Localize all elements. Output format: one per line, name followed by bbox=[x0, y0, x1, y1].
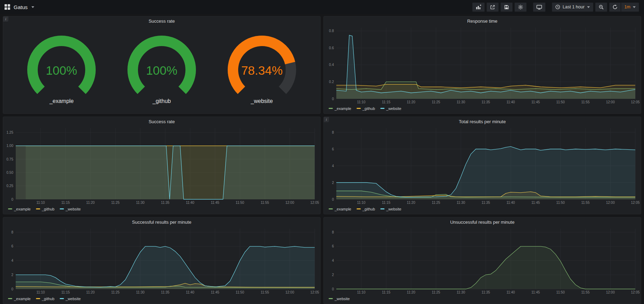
svg-text:12:00: 12:00 bbox=[285, 290, 294, 294]
success-rate-chart: 00.250.500.751.001.2511:1011:1511:2011:2… bbox=[3, 125, 320, 206]
legend-swatch bbox=[60, 298, 64, 299]
svg-text:0: 0 bbox=[332, 287, 334, 291]
gauge-label: _github bbox=[153, 98, 171, 104]
legend-item-_website[interactable]: _website bbox=[60, 297, 81, 301]
apps-grid-icon[interactable] bbox=[4, 4, 10, 10]
svg-text:4: 4 bbox=[11, 259, 13, 262]
legend-item-_website[interactable]: _website bbox=[329, 297, 350, 301]
svg-text:12:05: 12:05 bbox=[310, 290, 319, 294]
svg-text:6: 6 bbox=[332, 244, 334, 248]
refresh-button[interactable] bbox=[609, 2, 621, 12]
legend-label: _github bbox=[42, 207, 54, 211]
svg-text:11:15: 11:15 bbox=[382, 100, 391, 104]
svg-text:0.6: 0.6 bbox=[329, 46, 334, 50]
time-series-plot[interactable]: 00.250.500.751.001.2511:1011:1511:2011:2… bbox=[3, 125, 320, 206]
legend-item-_website[interactable]: _website bbox=[380, 106, 401, 111]
panel-title[interactable]: Success rate bbox=[3, 16, 320, 25]
svg-text:11:10: 11:10 bbox=[357, 100, 366, 104]
total-results-chart: 0246811:1011:1511:2011:2511:3011:3511:40… bbox=[324, 125, 641, 206]
svg-text:12:00: 12:00 bbox=[285, 201, 294, 205]
panel-info-icon[interactable]: i bbox=[3, 16, 8, 22]
refresh-icon bbox=[613, 5, 617, 9]
refresh-interval-dropdown[interactable]: 1m bbox=[621, 2, 639, 12]
legend-item-_example[interactable]: _example bbox=[329, 106, 351, 111]
legend-label: _github bbox=[42, 297, 54, 301]
svg-text:11:25: 11:25 bbox=[432, 290, 440, 294]
panel-info-icon[interactable]: i bbox=[324, 117, 329, 122]
svg-text:11:55: 11:55 bbox=[581, 290, 590, 294]
dashboard-dropdown-caret-icon[interactable] bbox=[31, 6, 34, 8]
svg-text:11:35: 11:35 bbox=[482, 100, 490, 104]
panel-total-results: i Total results per minute 0246811:1011:… bbox=[323, 117, 641, 214]
svg-text:11:15: 11:15 bbox=[61, 290, 70, 294]
refresh-interval-value: 1m bbox=[624, 5, 630, 9]
legend-item-_example[interactable]: _example bbox=[329, 207, 351, 211]
legend: _example_github_website bbox=[3, 206, 320, 214]
svg-text:4: 4 bbox=[332, 259, 334, 262]
legend-item-_github[interactable]: _github bbox=[36, 297, 54, 301]
time-series-plot[interactable]: 0246811:1011:1511:2011:2511:3011:3511:40… bbox=[324, 226, 641, 295]
panel-title[interactable]: Successful results per minute bbox=[3, 217, 320, 226]
svg-text:11:40: 11:40 bbox=[506, 290, 515, 294]
svg-text:11:30: 11:30 bbox=[457, 100, 466, 104]
svg-text:11:45: 11:45 bbox=[532, 290, 540, 294]
time-range-picker[interactable]: Last 1 hour bbox=[552, 2, 593, 12]
cycle-view-button[interactable] bbox=[533, 2, 546, 12]
svg-text:11:25: 11:25 bbox=[111, 290, 120, 294]
panel-title[interactable]: Success rate bbox=[3, 117, 320, 125]
svg-text:11:20: 11:20 bbox=[407, 100, 416, 104]
svg-text:8: 8 bbox=[11, 230, 13, 234]
panel-title[interactable]: Response time bbox=[324, 16, 641, 25]
legend-item-_website[interactable]: _website bbox=[60, 207, 81, 211]
legend-swatch bbox=[8, 208, 12, 209]
time-series-plot[interactable]: 0246811:1011:1511:2011:2511:3011:3511:40… bbox=[324, 125, 641, 206]
time-series-plot[interactable]: 0246811:1011:1511:2011:2511:3011:3511:40… bbox=[3, 226, 320, 295]
legend-item-_github[interactable]: _github bbox=[357, 207, 375, 211]
legend-item-_example[interactable]: _example bbox=[8, 207, 31, 211]
legend-swatch bbox=[8, 298, 12, 299]
panel-title[interactable]: Unsuccessful results per minute bbox=[324, 217, 641, 226]
panel-title[interactable]: Total results per minute bbox=[324, 117, 641, 125]
svg-text:12:05: 12:05 bbox=[631, 201, 639, 205]
svg-text:12:00: 12:00 bbox=[606, 201, 615, 205]
svg-text:6: 6 bbox=[332, 147, 334, 151]
svg-text:1.25: 1.25 bbox=[7, 131, 14, 134]
svg-text:11:35: 11:35 bbox=[482, 290, 490, 294]
legend-item-_github[interactable]: _github bbox=[357, 106, 375, 111]
panel-response-time: Response time 00.20.40.60.811:1011:1511:… bbox=[323, 16, 641, 114]
svg-text:78.34%: 78.34% bbox=[241, 64, 283, 77]
svg-text:11:55: 11:55 bbox=[261, 290, 269, 294]
zoom-out-button[interactable] bbox=[595, 2, 607, 12]
legend: _website bbox=[324, 295, 641, 304]
gauge-arc: 78.34% bbox=[216, 34, 308, 98]
settings-button[interactable] bbox=[514, 2, 527, 12]
unsuccessful-results-chart: 0246811:1011:1511:2011:2511:3011:3511:40… bbox=[324, 226, 641, 295]
dashboard-title[interactable]: Gatus bbox=[14, 4, 28, 10]
legend-item-_example[interactable]: _example bbox=[8, 297, 31, 301]
svg-text:11:15: 11:15 bbox=[382, 201, 391, 205]
legend-label: _github bbox=[363, 207, 375, 211]
svg-text:11:30: 11:30 bbox=[136, 201, 145, 205]
svg-text:0: 0 bbox=[332, 198, 334, 201]
chevron-down-icon bbox=[633, 6, 636, 8]
legend-label: _example bbox=[14, 207, 31, 211]
share-button[interactable] bbox=[486, 2, 499, 12]
add-panel-button[interactable] bbox=[472, 2, 485, 12]
successful-results-chart: 0246811:1011:1511:2011:2511:3011:3511:40… bbox=[3, 226, 320, 295]
legend-label: _website bbox=[66, 297, 81, 301]
legend-swatch bbox=[60, 208, 64, 209]
save-button[interactable] bbox=[500, 2, 513, 12]
svg-text:100%: 100% bbox=[146, 64, 177, 77]
legend-label: _example bbox=[14, 297, 31, 301]
time-series-plot[interactable]: 00.20.40.60.811:1011:1511:2011:2511:3011… bbox=[324, 25, 641, 105]
svg-text:0: 0 bbox=[11, 287, 13, 291]
legend-item-_github[interactable]: _github bbox=[36, 207, 54, 211]
legend-item-_website[interactable]: _website bbox=[380, 207, 401, 211]
svg-text:0: 0 bbox=[332, 97, 334, 101]
svg-text:11:20: 11:20 bbox=[407, 290, 416, 294]
panel-unsuccessful-results: Unsuccessful results per minute 0246811:… bbox=[323, 217, 641, 304]
svg-text:11:25: 11:25 bbox=[432, 100, 440, 104]
add-panel-icon bbox=[476, 4, 481, 10]
clock-icon bbox=[555, 5, 560, 9]
gauge-_example: 100%_example bbox=[16, 34, 107, 104]
